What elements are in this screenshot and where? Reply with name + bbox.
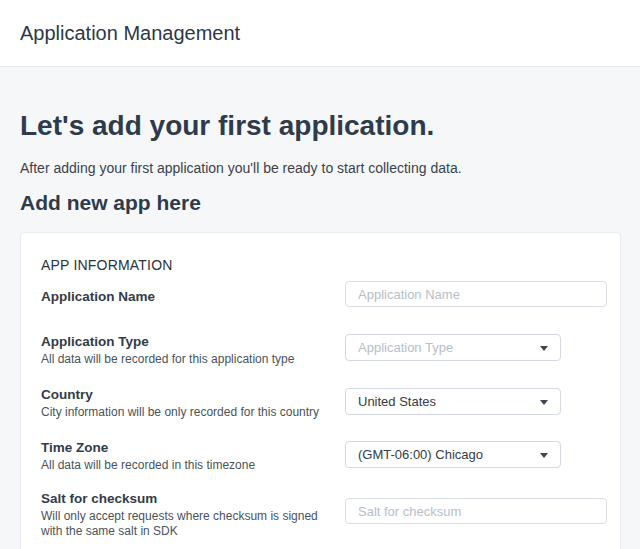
salt-for-checksum-input[interactable] — [345, 498, 607, 524]
hero-heading: Let's add your first application. — [20, 110, 434, 142]
caret-down-icon — [540, 453, 548, 458]
form-row-application-type: Application Type All data will be record… — [41, 334, 606, 367]
application-type-select[interactable]: Application Type — [345, 334, 561, 361]
salt-for-checksum-sublabel: Will only accept requests where checksum… — [41, 509, 326, 539]
country-select[interactable]: United States — [345, 388, 561, 415]
caret-down-icon — [540, 400, 548, 405]
application-type-select-placeholder: Application Type — [358, 340, 453, 355]
country-select-value: United States — [358, 394, 436, 409]
add-new-app-heading: Add new app here — [20, 191, 201, 215]
time-zone-sublabel: All data will be recorded in this timezo… — [41, 458, 341, 473]
country-sublabel: City information will be only recorded f… — [41, 405, 341, 420]
caret-down-icon — [540, 346, 548, 351]
app-information-card: APP INFORMATION Application Name Applica… — [20, 232, 621, 549]
time-zone-select[interactable]: (GMT-06:00) Chicago — [345, 441, 561, 468]
form-row-salt-for-checksum: Salt for checksum Will only accept reque… — [41, 491, 606, 539]
top-header: Application Management — [0, 0, 640, 67]
app-information-section-title: APP INFORMATION — [41, 257, 173, 273]
application-type-sublabel: All data will be recorded for this appli… — [41, 352, 341, 367]
form-row-country: Country City information will be only re… — [41, 387, 606, 420]
hero-subheading: After adding your first application you'… — [20, 160, 462, 176]
application-name-input[interactable] — [345, 281, 607, 307]
page: Application Management Let's add your fi… — [0, 0, 640, 549]
time-zone-select-value: (GMT-06:00) Chicago — [358, 447, 483, 462]
form-row-application-name: Application Name — [41, 289, 606, 305]
page-title: Application Management — [20, 22, 240, 45]
form-row-time-zone: Time Zone All data will be recorded in t… — [41, 440, 606, 473]
